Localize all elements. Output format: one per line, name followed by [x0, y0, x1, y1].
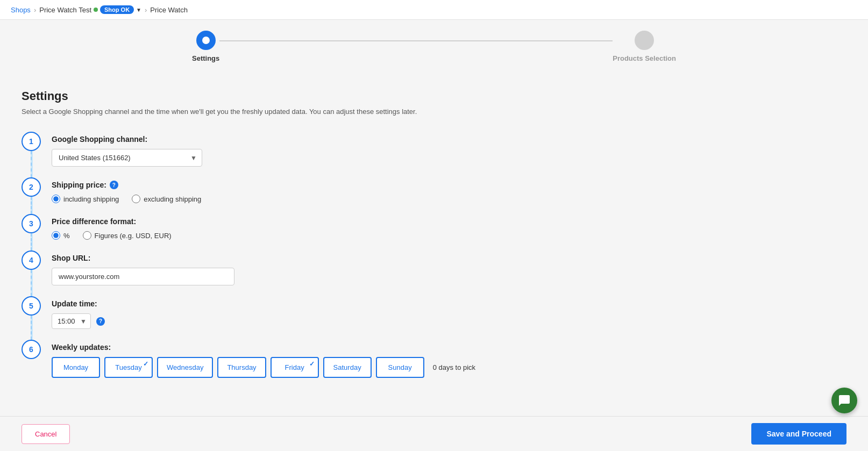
figures-radio[interactable] [83, 231, 91, 240]
step-num-1: 1 [22, 132, 41, 151]
days-to-pick: 0 days to pick [433, 363, 476, 371]
setting-content-5: Update time: 00:0001:0002:00 03:0004:000… [52, 296, 846, 329]
step-num-6: 6 [22, 340, 41, 359]
including-shipping-option[interactable]: including shipping [52, 195, 119, 203]
day-saturday[interactable]: Saturday [323, 357, 372, 378]
step-products: Products Selection [613, 31, 676, 62]
step-products-label: Products Selection [613, 54, 676, 62]
step-settings-circle [196, 31, 216, 50]
setting-content-6: Weekly updates: Monday ✓ Tuesday Wednesd… [52, 340, 846, 378]
setting-label-2: Shipping price: ? [52, 181, 846, 189]
day-tuesday[interactable]: ✓ Tuesday [104, 357, 153, 378]
figures-label: Figures (e.g. USD, EUR) [95, 232, 172, 240]
update-time-select[interactable]: 00:0001:0002:00 03:0004:0005:00 06:0007:… [52, 313, 91, 329]
breadcrumb-current: Price Watch [150, 6, 188, 14]
step-products-circle [635, 31, 654, 50]
settings-steps: 1 Google Shopping channel: United States… [22, 132, 846, 389]
setting-content-2: Shipping price: ? including shipping exc… [52, 177, 846, 203]
step-num-2: 2 [22, 177, 41, 197]
main-content: Settings Select a Google Shopping channe… [0, 73, 868, 451]
setting-label-4: Shop URL: [52, 254, 846, 262]
day-friday[interactable]: ✓ Friday [271, 357, 319, 378]
setting-row-4: 4 Shop URL: [22, 250, 846, 296]
day-sunday[interactable]: Sunday [376, 357, 424, 378]
time-select-wrapper: 00:0001:0002:00 03:0004:0005:00 06:0007:… [52, 313, 846, 329]
setting-row-2: 2 Shipping price: ? including shipping e… [22, 177, 846, 214]
excluding-shipping-option[interactable]: excluding shipping [132, 195, 201, 203]
day-thursday[interactable]: Thursday [217, 357, 266, 378]
shop-dropdown-arrow[interactable]: ▼ [136, 7, 141, 13]
footer-bar: Cancel Save and Proceed [0, 416, 868, 451]
setting-content-1: Google Shopping channel: United States (… [52, 132, 846, 167]
friday-check: ✓ [309, 360, 315, 368]
including-shipping-label: including shipping [63, 195, 119, 203]
day-buttons-group: Monday ✓ Tuesday Wednesday Thursday ✓ Fr… [52, 357, 846, 378]
shop-status-dot [94, 8, 98, 12]
figures-option[interactable]: Figures (e.g. USD, EUR) [83, 231, 172, 240]
percent-label: % [63, 232, 70, 240]
time-select-outer: 00:0001:0002:00 03:0004:0005:00 06:0007:… [52, 313, 91, 329]
shipping-radio-group: including shipping excluding shipping [52, 195, 846, 203]
shipping-help-icon[interactable]: ? [110, 181, 118, 189]
setting-label-3: Price difference format: [52, 217, 846, 226]
tuesday-check: ✓ [143, 360, 148, 368]
step-connector [219, 40, 613, 41]
progress-stepper: Settings Products Selection [0, 20, 868, 73]
step-settings-label: Settings [192, 54, 219, 62]
breadcrumb-sep2: › [145, 6, 147, 14]
setting-content-4: Shop URL: [52, 250, 846, 285]
percent-radio[interactable] [52, 231, 60, 240]
step-num-4: 4 [22, 250, 41, 270]
setting-row-6: 6 Weekly updates: Monday ✓ Tuesday Wedne… [22, 340, 846, 389]
setting-label-6: Weekly updates: [52, 343, 846, 352]
breadcrumb: Shops › Price Watch Test Shop OK ▼ › Pri… [0, 0, 868, 20]
step-num-5: 5 [22, 296, 41, 316]
update-time-help-icon[interactable]: ? [96, 317, 105, 326]
google-channel-select[interactable]: United States (151662) United Kingdom (8… [52, 149, 202, 167]
shop-status: Price Watch Test Shop OK ▼ [39, 5, 141, 14]
chat-bubble[interactable] [831, 388, 857, 413]
breadcrumb-sep1: › [34, 6, 36, 14]
excluding-shipping-label: excluding shipping [144, 195, 201, 203]
setting-row-3: 3 Price difference format: % Figures (e.… [22, 214, 846, 250]
cancel-button[interactable]: Cancel [22, 424, 70, 444]
percent-option[interactable]: % [52, 231, 70, 240]
chat-icon [838, 394, 851, 407]
page-title: Settings [22, 89, 846, 103]
shop-ok-badge: Shop OK [100, 5, 134, 14]
channel-select-wrapper: United States (151662) United Kingdom (8… [52, 149, 202, 167]
setting-label-5: Update time: [52, 299, 846, 308]
step-settings: Settings [192, 31, 219, 62]
price-format-radio-group: % Figures (e.g. USD, EUR) [52, 231, 846, 240]
shop-url-input[interactable] [52, 268, 234, 285]
excluding-shipping-radio[interactable] [132, 195, 140, 203]
save-proceed-button[interactable]: Save and Proceed [751, 423, 846, 445]
day-monday[interactable]: Monday [52, 357, 100, 378]
shop-name: Price Watch Test [39, 6, 91, 14]
step-num-3: 3 [22, 214, 41, 233]
setting-label-1: Google Shopping channel: [52, 135, 846, 144]
page-description: Select a Google Shopping channel and the… [22, 108, 846, 116]
setting-content-3: Price difference format: % Figures (e.g.… [52, 214, 846, 240]
breadcrumb-shops[interactable]: Shops [11, 6, 31, 14]
setting-row-5: 5 Update time: 00:0001:0002:00 03:0004:0… [22, 296, 846, 340]
including-shipping-radio[interactable] [52, 195, 60, 203]
day-wednesday[interactable]: Wednesday [157, 357, 213, 378]
setting-row-1: 1 Google Shopping channel: United States… [22, 132, 846, 177]
